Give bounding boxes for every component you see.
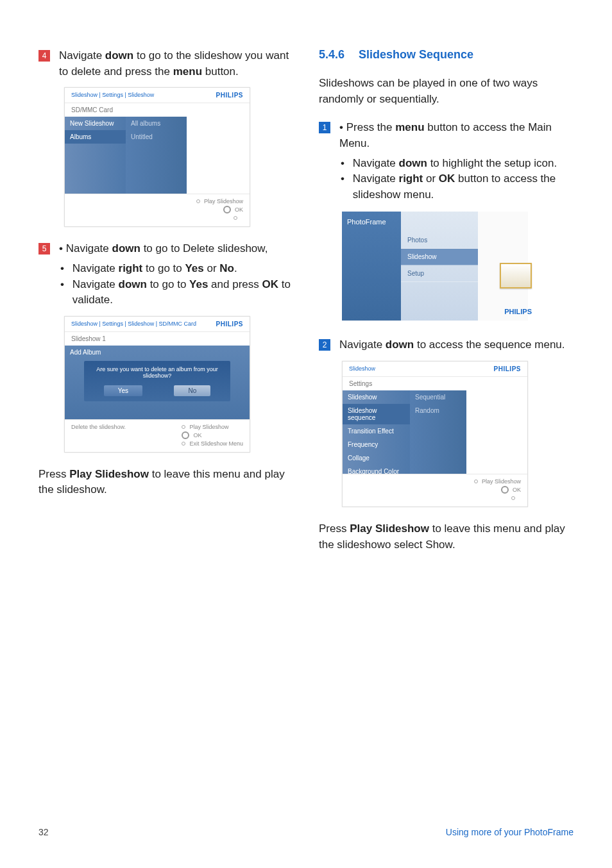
list-item: Frequency xyxy=(343,438,410,451)
hint-footer: Play Slideshow OK xyxy=(343,474,527,506)
breadcrumb: Slideshow | Settings | Slideshow xyxy=(71,92,154,99)
txt: Press xyxy=(38,468,69,480)
thumbnail-icon xyxy=(500,263,532,288)
page-footer: 32 Using more of your PhotoFrame xyxy=(38,827,574,837)
bold: down xyxy=(119,278,147,290)
bold: No xyxy=(219,262,234,274)
list-item: Untitled xyxy=(126,130,187,144)
list-item: All albums xyxy=(126,117,187,130)
bold: OK xyxy=(439,172,455,185)
panel-mid: Sequential Random xyxy=(410,390,466,474)
list-item: Photos xyxy=(401,232,478,249)
ok-icon xyxy=(182,431,189,439)
pf-preview xyxy=(478,212,528,321)
step-1-bullets: • Navigate down to highlight the setup i… xyxy=(341,156,574,203)
bold: Yes xyxy=(189,278,208,290)
yes-button: Yes xyxy=(104,385,142,396)
panel-mid: All albums Untitled xyxy=(126,117,187,194)
intro-para: Slideshows can be played in one of two w… xyxy=(319,76,574,107)
step-1-text: • Press the menu button to access the Ma… xyxy=(339,120,574,151)
pf-menu: Photos Slideshow Setup xyxy=(401,212,478,321)
step-4: 4 Navigate down to go to the slideshow y… xyxy=(38,48,293,79)
step-1: 1 • Press the menu button to access the … xyxy=(319,120,574,151)
ok-icon xyxy=(223,206,231,213)
bold: Yes xyxy=(185,262,203,274)
step-2-text: Navigate down to access the sequence men… xyxy=(339,337,574,353)
hint-text: Exit Slideshow Menu xyxy=(189,440,243,447)
right-closing-para: Press Play Slideshow to leave this menu … xyxy=(319,521,574,553)
step-5-text: • Navigate down to go to Delete slidesho… xyxy=(59,241,293,257)
panel-right xyxy=(187,117,250,194)
hint-text: Play Slideshow xyxy=(204,198,243,204)
txt: Navigate xyxy=(66,242,112,255)
screenshot-sequence: Slideshow PHILIPS Settings Slideshow Sli… xyxy=(342,361,528,507)
bold: down xyxy=(399,157,427,169)
breadcrumb: Slideshow xyxy=(349,365,375,372)
hint-icon xyxy=(474,480,478,483)
breadcrumb: Slideshow | Settings | Slideshow | SD/MM… xyxy=(71,321,196,328)
location-bar: SD/MMC Card xyxy=(65,103,250,117)
list-item: Background Color xyxy=(343,465,410,478)
list-item: Setup xyxy=(401,265,478,282)
pf-title: PhotoFrame xyxy=(347,218,396,226)
txt: Navigate xyxy=(339,338,386,351)
step-5-bullets: • Navigate right to go to Yes or No. • N… xyxy=(60,261,293,308)
bold: down xyxy=(112,242,140,255)
txt: to highlight the setup icon. xyxy=(427,157,557,169)
confirm-dialog: Are sure you want to delete an album fro… xyxy=(84,361,230,401)
footer-label: Using more of your PhotoFrame xyxy=(446,827,574,837)
screenshot-albums: Slideshow | Settings | Slideshow PHILIPS… xyxy=(64,87,250,227)
txt: button. xyxy=(202,65,239,78)
philips-logo: PHILIPS xyxy=(494,365,521,372)
txt: Navigate xyxy=(72,278,119,290)
bold: down xyxy=(386,338,414,351)
hint-footer: Delete the slideshow. Play Slideshow OK … xyxy=(65,419,250,452)
pf-title-panel: PhotoFrame xyxy=(342,212,401,321)
txt: Press the xyxy=(346,121,396,133)
hint-text: OK xyxy=(235,206,243,213)
txt: Navigate xyxy=(353,172,399,185)
step-2: 2 Navigate down to access the sequence m… xyxy=(319,337,574,353)
hint-icon xyxy=(234,216,237,220)
bold: Play Slideshow xyxy=(69,468,149,480)
bold: right xyxy=(119,262,143,274)
txt: or xyxy=(423,172,439,185)
step-number: 4 xyxy=(38,50,50,62)
no-button: No xyxy=(174,385,210,396)
screenshot-delete-dialog: Slideshow | Settings | Slideshow | SD/MM… xyxy=(64,316,250,453)
txt: to go to Delete slideshow, xyxy=(140,242,268,255)
step-4-text: Navigate down to go to the slideshow you… xyxy=(59,48,293,79)
hint-text xyxy=(519,495,521,501)
ok-icon xyxy=(501,486,509,494)
list-item: Collage xyxy=(343,451,410,465)
txt: Navigate xyxy=(353,157,399,169)
list-item: Sequential xyxy=(410,390,466,404)
step-5: 5 • Navigate down to go to Delete slides… xyxy=(38,241,293,257)
bold: menu xyxy=(395,121,424,133)
heading-number: 5.4.6 xyxy=(319,48,344,61)
hint-icon xyxy=(511,496,515,500)
hint-icon xyxy=(182,425,185,429)
hint-text xyxy=(241,215,243,221)
txt: to go to xyxy=(147,278,189,290)
hint-text: Play Slideshow xyxy=(189,424,228,430)
bold: Play Slideshow xyxy=(350,522,429,535)
list-item: New Slideshow xyxy=(65,117,126,130)
list-item: Slideshow sequence xyxy=(343,404,410,424)
txt: Navigate xyxy=(72,262,119,274)
hint-icon xyxy=(182,442,185,446)
txt: to access the sequence menu. xyxy=(414,338,565,351)
philips-logo: PHILIPS xyxy=(216,321,243,328)
txt: and press xyxy=(208,278,262,290)
panel-right xyxy=(466,390,527,474)
list-item: Add Album xyxy=(65,346,250,359)
txt: . xyxy=(234,262,237,274)
bold: down xyxy=(105,49,133,62)
hint-text: Play Slideshow xyxy=(482,478,521,485)
bold: menu xyxy=(173,65,202,78)
step-number: 1 xyxy=(319,122,330,133)
txt: Navigate xyxy=(59,49,105,62)
panel-left: Slideshow Slideshow sequence Transition … xyxy=(343,390,410,474)
philips-logo: PHILIPS xyxy=(504,308,532,315)
txt: to go to xyxy=(142,262,185,274)
